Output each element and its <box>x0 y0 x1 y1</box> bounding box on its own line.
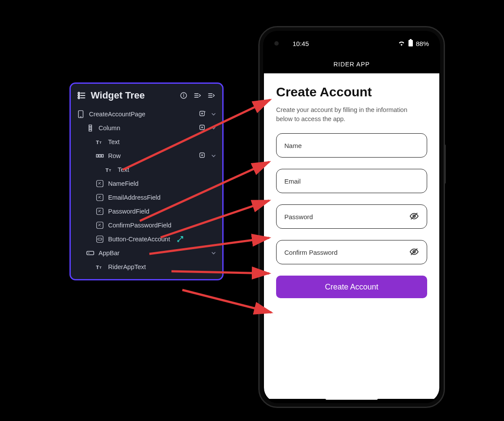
tree-item-button-create-account[interactable]: Button-CreateAccount <box>73 232 220 246</box>
page-icon <box>77 110 85 118</box>
svg-rect-37 <box>97 181 103 187</box>
field-placeholder: Confirm Password <box>284 249 338 256</box>
svg-text:+: + <box>204 110 206 113</box>
widget-tree-title: Widget Tree <box>91 90 175 101</box>
status-bar: 10:45 88% <box>264 32 439 55</box>
textfield-icon <box>96 180 104 187</box>
name-field[interactable]: Name <box>276 133 427 158</box>
cta-label: Create Account <box>325 283 378 292</box>
svg-rect-39 <box>97 208 103 215</box>
svg-point-8 <box>184 94 184 95</box>
email-field[interactable]: Email <box>276 169 427 193</box>
svg-text:T: T <box>96 139 99 145</box>
tree-item-name-field[interactable]: NameField <box>73 177 220 191</box>
tree-item-label: RiderAppText <box>108 263 146 270</box>
text-icon: TT <box>96 138 104 146</box>
svg-rect-22 <box>89 127 92 129</box>
tree-item-label: Column <box>99 125 120 132</box>
app-bar: RIDER APP <box>264 55 439 73</box>
wifi-icon <box>398 40 405 47</box>
chevron-down-icon[interactable] <box>211 125 216 131</box>
tree-item-label: Text <box>108 138 120 145</box>
field-placeholder: Email <box>284 178 301 185</box>
password-field[interactable]: Password <box>276 204 427 229</box>
widget-tree-header: Widget Tree <box>71 84 222 105</box>
svg-text:T: T <box>99 266 102 270</box>
svg-text:T: T <box>96 264 99 270</box>
textfield-icon <box>96 194 104 201</box>
row-icon <box>96 152 104 160</box>
phone-side-button <box>444 145 446 184</box>
text-icon: TT <box>105 166 113 174</box>
widget-tree-list: CreateAccountPage + Column TT <box>71 105 222 279</box>
textfield-icon <box>96 221 104 229</box>
widget-tree-panel: Widget Tree CreateAccountPage + <box>69 82 224 280</box>
tree-item-label: EmailAddressField <box>108 194 161 201</box>
tree-item-rider-app-text[interactable]: TT RiderAppText <box>73 260 220 274</box>
svg-rect-50 <box>410 39 412 40</box>
tree-item-label: Row <box>108 152 121 159</box>
text-icon: TT <box>96 263 104 271</box>
svg-text:T: T <box>109 169 111 173</box>
svg-rect-21 <box>89 125 92 127</box>
svg-rect-45 <box>87 251 94 255</box>
camera-dot <box>274 41 279 46</box>
svg-point-0 <box>78 92 80 94</box>
visibility-off-icon[interactable] <box>409 247 419 258</box>
field-placeholder: Name <box>284 142 302 149</box>
svg-rect-42 <box>98 238 102 240</box>
field-placeholder: Password <box>284 213 313 220</box>
status-time: 10:45 <box>293 40 309 47</box>
battery-icon <box>408 39 413 48</box>
svg-point-2 <box>78 95 80 96</box>
svg-rect-40 <box>97 222 103 229</box>
svg-text:T: T <box>105 167 109 173</box>
battery-text: 88% <box>416 40 429 47</box>
confirm-password-field[interactable]: Confirm Password <box>276 240 427 264</box>
svg-rect-49 <box>408 40 413 46</box>
chevron-down-icon[interactable] <box>211 112 216 117</box>
svg-point-43 <box>178 240 179 242</box>
screen-title: Create Account <box>276 85 427 99</box>
tree-item-text-2[interactable]: TT Text <box>73 163 220 177</box>
screen-body: Create Account Create your account by fi… <box>264 73 439 399</box>
phone-frame: 10:45 88% RIDER APP Create Account Creat… <box>258 26 445 408</box>
chevron-down-icon[interactable] <box>211 153 216 158</box>
tree-item-text-1[interactable]: TT Text <box>73 135 220 149</box>
tree-item-label: PasswordField <box>108 208 149 215</box>
add-icon[interactable] <box>199 124 207 132</box>
expand-all-icon[interactable] <box>207 91 216 100</box>
tree-item-column[interactable]: Column <box>73 121 220 135</box>
tree-item-password-field[interactable]: PasswordField <box>73 204 220 218</box>
svg-point-4 <box>78 97 80 99</box>
tree-item-email-field[interactable]: EmailAddressField <box>73 191 220 204</box>
info-icon[interactable] <box>179 91 188 100</box>
svg-rect-31 <box>102 155 103 157</box>
tree-item-create-account-page[interactable]: CreateAccountPage + <box>73 107 220 121</box>
tree-item-row[interactable]: Row <box>73 149 220 163</box>
button-icon <box>96 235 104 243</box>
svg-rect-41 <box>97 236 103 243</box>
visibility-off-icon[interactable] <box>409 211 419 222</box>
tree-item-label: Button-CreateAccount <box>108 236 170 243</box>
create-account-button[interactable]: Create Account <box>276 276 427 298</box>
tree-item-label: Text <box>118 166 129 173</box>
phone-screen: 10:45 88% RIDER APP Create Account Creat… <box>264 32 439 402</box>
action-icon <box>176 235 184 243</box>
chevron-down-icon[interactable] <box>211 250 216 256</box>
tree-item-label: NameField <box>108 180 138 187</box>
add-icon[interactable] <box>199 152 207 160</box>
screen-subtitle: Create your account by filling in the in… <box>276 105 424 124</box>
svg-rect-29 <box>96 155 98 157</box>
svg-rect-38 <box>97 194 103 201</box>
tree-item-appbar[interactable]: AppBar <box>73 246 220 260</box>
tree-item-label: ConfirmPasswordField <box>108 222 171 229</box>
tree-icon <box>77 91 86 100</box>
collapse-all-icon[interactable] <box>193 91 202 100</box>
svg-text:T: T <box>99 141 102 145</box>
tree-item-confirm-password-field[interactable]: ConfirmPasswordField <box>73 218 220 232</box>
tree-item-label: CreateAccountPage <box>89 111 145 118</box>
add-icon[interactable]: + <box>199 110 207 118</box>
textfield-icon <box>96 207 104 215</box>
svg-rect-30 <box>99 155 101 157</box>
